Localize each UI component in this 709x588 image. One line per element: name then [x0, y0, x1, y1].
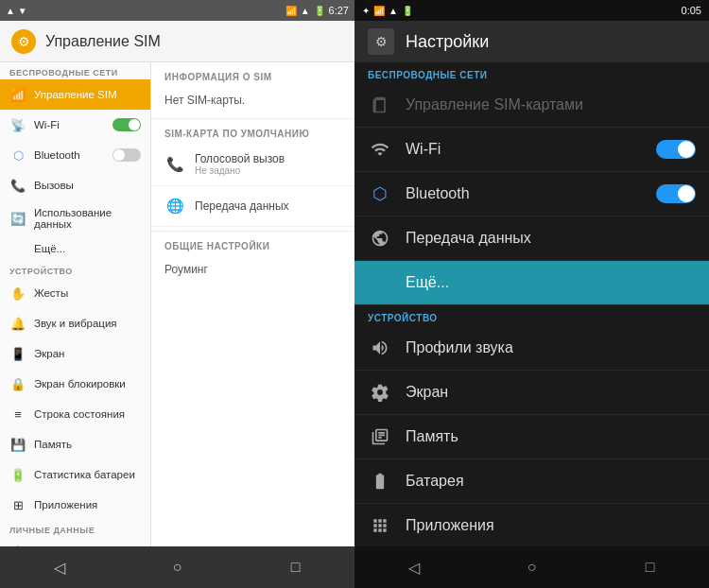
- r-screen-label: Экран: [406, 384, 696, 401]
- sidebar-item-statusbar[interactable]: ≡ Строка состояния: [0, 399, 150, 429]
- r-item-memory[interactable]: Память: [354, 415, 709, 459]
- r-data-icon: [368, 226, 392, 251]
- sidebar-item-location[interactable]: 📍 Местоположение: [0, 537, 150, 546]
- lockscreen-icon: 🔒: [9, 375, 26, 392]
- settings-gear-icon: ⚙: [11, 29, 36, 54]
- roaming-item[interactable]: Роуминг: [151, 255, 354, 284]
- right-header: ⚙ Настройки: [354, 21, 709, 62]
- r-apps-icon: [368, 513, 392, 538]
- sidebar-statusbar-label: Строка состояния: [34, 408, 141, 420]
- sidebar-item-bluetooth[interactable]: ⬡ Bluetooth: [0, 140, 150, 170]
- screen-icon: 📱: [9, 345, 26, 362]
- voice-call-sub: Не задано: [195, 165, 341, 176]
- left-header-title: Управление SIM: [45, 33, 161, 50]
- r-item-apps[interactable]: Приложения: [354, 504, 709, 546]
- sidebar-bluetooth-label: Bluetooth: [34, 149, 105, 161]
- right-panel: ✦ 📶 ▲ 🔋 0:05 ⚙ Настройки БЕСПРОВОДНЫЕ СЕ…: [354, 0, 709, 588]
- home-button[interactable]: ○: [159, 548, 197, 586]
- sidebar-item-screen[interactable]: 📱 Экран: [0, 338, 150, 369]
- r-item-bluetooth[interactable]: ⬡ Bluetooth I: [354, 172, 709, 216]
- r-bluetooth-toggle-wrapper: I: [656, 184, 696, 203]
- time-display: 6:27: [329, 5, 349, 16]
- voice-call-title: Голосовой вызов: [195, 152, 341, 165]
- r-battery-label: Батарея: [406, 473, 696, 490]
- data-transfer-row[interactable]: 🌐 Передача данных: [151, 186, 354, 227]
- general-settings-title: ОБЩИЕ НАСТРОЙКИ: [151, 232, 354, 255]
- left-main-content: ИНФОРМАЦИЯ О SIM Нет SIM-карты. SIM-КАРТ…: [151, 62, 354, 546]
- r-back-button[interactable]: ◁: [393, 546, 435, 588]
- sidebar-item-lockscreen[interactable]: 🔒 Экран блокировки: [0, 369, 150, 399]
- recents-button[interactable]: □: [277, 548, 315, 586]
- voice-call-text: Голосовой вызов Не задано: [195, 152, 341, 176]
- sidebar-item-calls[interactable]: 📞 Вызовы: [0, 170, 150, 200]
- right-statusbar: ✦ 📶 ▲ 🔋 0:05: [354, 0, 709, 21]
- data-transfer-text: Передача данных: [195, 199, 341, 213]
- section-label-wireless: БЕСПРОВОДНЫЕ СЕТИ: [0, 62, 150, 79]
- r-wifi-toggle-wrapper: I: [656, 140, 696, 159]
- sidebar-item-more[interactable]: Ещё...: [0, 236, 150, 261]
- right-settings-icon: ⚙: [368, 28, 394, 55]
- r-wifi-toggle[interactable]: I: [656, 140, 696, 159]
- r-item-wifi[interactable]: Wi-Fi I: [354, 128, 709, 172]
- r-sim-icon: [368, 93, 392, 117]
- sidebar-item-sound[interactable]: 🔔 Звук и вибрация: [0, 308, 150, 338]
- battery-stats-icon: 🔋: [9, 466, 26, 483]
- sidebar-item-sim[interactable]: 📶 Управление SIM: [0, 79, 150, 110]
- r-bluetooth-label: Bluetooth: [406, 185, 643, 202]
- sidebar-more-label: Ещё...: [9, 243, 141, 254]
- no-sim-text: Нет SIM-карты.: [151, 86, 354, 114]
- left-status-right: 📶 ▲ 🔋 6:27: [285, 5, 349, 16]
- section-label-personal: ЛИЧНЫЕ ДАННЫЕ: [0, 520, 150, 537]
- r-item-more[interactable]: Ещё...: [354, 261, 709, 305]
- sidebar-item-wifi[interactable]: 📡 Wi-Fi: [0, 110, 150, 140]
- sidebar-item-apps[interactable]: ⊞ Приложения: [0, 490, 150, 520]
- section-label-device: УСТРОЙСТВО: [0, 261, 150, 278]
- r-item-screen[interactable]: Экран: [354, 371, 709, 415]
- voice-call-row[interactable]: 📞 Голосовой вызов Не задано: [151, 143, 354, 186]
- r-wifi-label: Wi-Fi: [406, 141, 643, 158]
- sidebar-apps-label: Приложения: [34, 499, 141, 510]
- r-section-wireless: БЕСПРОВОДНЫЕ СЕТИ: [354, 62, 709, 83]
- r-item-battery[interactable]: Батарея: [354, 459, 709, 504]
- battery-icon: 🔋: [314, 6, 325, 16]
- left-sidebar: БЕСПРОВОДНЫЕ СЕТИ 📶 Управление SIM 📡 Wi-…: [0, 62, 151, 546]
- r-item-sound-profiles[interactable]: Профили звука: [354, 326, 709, 371]
- wifi-toggle[interactable]: [112, 118, 141, 131]
- sidebar-item-battery-stats[interactable]: 🔋 Статистика батареи: [0, 459, 150, 490]
- signal-bars-icon: 📶: [285, 6, 297, 16]
- sim-default-section: SIM-КАРТА ПО УМОЛЧАНИЮ 📞 Голосовой вызов…: [151, 118, 354, 227]
- bluetooth-toggle[interactable]: [112, 148, 141, 162]
- r-wifi-icon: [368, 137, 392, 162]
- back-button[interactable]: ◁: [41, 548, 78, 586]
- sidebar-item-data-usage[interactable]: 🔄 Использование данных: [0, 200, 150, 236]
- right-wifi-icon: ▲: [389, 6, 398, 16]
- right-status-icons: ✦ 📶 ▲ 🔋: [362, 6, 413, 16]
- sidebar-calls-label: Вызовы: [34, 180, 141, 191]
- sidebar-item-gestures[interactable]: ✋ Жесты: [0, 278, 150, 308]
- wifi-status-icon: ▲: [301, 6, 310, 16]
- memory-icon: 💾: [9, 436, 26, 453]
- r-home-button[interactable]: ○: [511, 546, 553, 588]
- r-screen-icon: [368, 380, 392, 405]
- r-sim-mgmt-label: Управление SIM-картами: [406, 96, 696, 113]
- sidebar-gestures-label: Жесты: [34, 287, 141, 299]
- data-transfer-title: Передача данных: [195, 199, 341, 213]
- gestures-icon: ✋: [9, 285, 26, 302]
- left-header: ⚙ Управление SIM: [0, 21, 354, 62]
- left-status-icons: ▲ ▼: [6, 6, 27, 16]
- voice-call-icon: 📞: [164, 154, 185, 175]
- r-bluetooth-toggle[interactable]: I: [656, 184, 696, 203]
- r-memory-label: Память: [406, 428, 696, 445]
- r-battery-icon: [368, 469, 392, 493]
- calls-icon: 📞: [9, 177, 26, 194]
- left-statusbar: ▲ ▼ 📶 ▲ 🔋 6:27: [0, 0, 354, 21]
- r-recents-button[interactable]: □: [630, 546, 671, 588]
- right-header-title: Настройки: [406, 32, 489, 52]
- sidebar-item-memory[interactable]: 💾 Память: [0, 429, 150, 459]
- r-more-label: Ещё...: [406, 274, 696, 291]
- r-item-data-transfer[interactable]: Передача данных: [354, 216, 709, 261]
- sim-info-title: ИНФОРМАЦИЯ О SIM: [151, 62, 354, 86]
- sidebar-sim-label: Управление SIM: [34, 89, 141, 100]
- r-item-sim-mgmt[interactable]: Управление SIM-картами: [354, 83, 709, 128]
- sidebar-sound-label: Звук и вибрация: [34, 318, 141, 329]
